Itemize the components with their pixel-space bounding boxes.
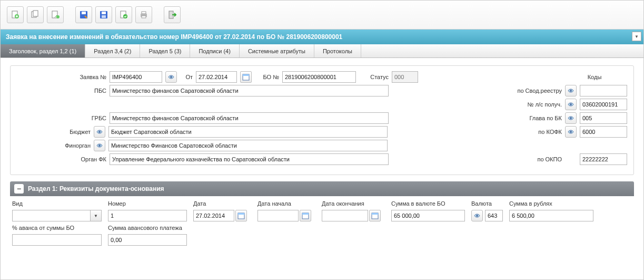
doc-date-input[interactable] xyxy=(193,210,234,221)
finorg-input[interactable] xyxy=(108,140,388,151)
col-avans-pct-label: % аванса от суммы БО xyxy=(12,225,102,231)
date-input[interactable] xyxy=(196,71,237,83)
number-input[interactable] xyxy=(108,210,187,221)
pbs-label: ПБС xyxy=(17,88,106,94)
svg-point-21 xyxy=(570,103,572,105)
code-glava-picker[interactable] xyxy=(565,112,577,124)
print-button[interactable] xyxy=(135,6,152,23)
svg-point-32 xyxy=(476,215,478,217)
col-sum-rub-label: Сумма в рублях xyxy=(509,200,593,207)
svg-point-24 xyxy=(570,131,572,133)
tab-section-34[interactable]: Раздел 3,4 (2) xyxy=(85,44,140,57)
svg-point-22 xyxy=(570,117,572,119)
date-end-input[interactable] xyxy=(322,210,368,221)
kind-dropdown-button[interactable]: ▼ xyxy=(90,210,102,221)
tab-system-attrs[interactable]: Системные атрибуты xyxy=(240,44,314,57)
tab-protocols[interactable]: Протоколы xyxy=(314,44,361,57)
pbs-input[interactable] xyxy=(110,85,389,96)
request-no-label: Заявка № xyxy=(17,74,106,80)
code-kofk-picker[interactable] xyxy=(565,126,577,138)
svg-rect-9 xyxy=(102,12,106,14)
code-ls-input[interactable] xyxy=(580,99,627,110)
orgfk-input[interactable] xyxy=(110,153,389,165)
section-1: − Раздел 1: Реквизиты документа-основани… xyxy=(10,181,634,246)
section-1-collapse-button[interactable]: − xyxy=(14,184,24,194)
svg-rect-10 xyxy=(102,15,106,18)
date-calendar-button[interactable] xyxy=(240,71,252,83)
svg-point-25 xyxy=(98,144,101,147)
tab-section-5[interactable]: Раздел 5 (3) xyxy=(140,44,190,57)
code-glava-input[interactable] xyxy=(580,112,627,124)
section-1-header: − Раздел 1: Реквизиты документа-основани… xyxy=(10,181,634,196)
svg-rect-7 xyxy=(82,12,86,14)
sum-rub-input[interactable] xyxy=(509,210,593,221)
svg-rect-14 xyxy=(142,12,146,14)
code-svod-picker[interactable] xyxy=(565,85,577,96)
bo-no-input[interactable] xyxy=(282,71,356,83)
date-start-input[interactable] xyxy=(257,210,299,221)
document-title: Заявка на внесение изменений в обязатель… xyxy=(6,33,342,41)
export-doc-button[interactable] xyxy=(47,6,64,23)
avans-pct-input[interactable] xyxy=(12,234,102,246)
svg-rect-27 xyxy=(238,213,244,215)
orgfk-label: Орган ФК xyxy=(17,156,106,162)
col-avans-sum-label: Сумма авансового платежа xyxy=(108,225,187,231)
sum-bo-input[interactable] xyxy=(391,210,465,221)
grbs-label: ГРБС xyxy=(17,115,106,121)
svg-rect-15 xyxy=(142,16,146,18)
code-okpo-input[interactable] xyxy=(580,153,627,165)
date-end-calendar-button[interactable] xyxy=(369,210,381,221)
tabbar: Заголовок, раздел 1,2 (1) Раздел 3,4 (2)… xyxy=(1,44,643,58)
avans-sum-input[interactable] xyxy=(108,234,187,246)
svg-point-23 xyxy=(98,131,101,133)
code-ls-picker[interactable] xyxy=(565,99,577,110)
code-svod-label: по Свод.реестру xyxy=(517,88,562,94)
toolbar xyxy=(1,1,643,30)
date-start-calendar-button[interactable] xyxy=(300,210,311,221)
section-1-title: Раздел 1: Реквизиты документа-основания xyxy=(28,185,164,192)
new-doc-button[interactable] xyxy=(7,6,24,23)
finorg-picker[interactable] xyxy=(94,140,105,151)
code-ls-label: № л/с получ. xyxy=(528,101,562,108)
approve-button[interactable] xyxy=(115,6,132,23)
finorg-label: Финорган xyxy=(17,142,91,149)
tab-signatures[interactable]: Подписи (4) xyxy=(190,44,239,57)
col-number-label: Номер xyxy=(108,200,187,207)
col-date-label: Дата xyxy=(193,200,251,207)
exit-button[interactable] xyxy=(164,6,181,23)
svg-point-17 xyxy=(170,76,172,78)
col-currency-label: Валюта xyxy=(471,200,503,207)
save-button[interactable] xyxy=(95,6,112,23)
svg-point-5 xyxy=(56,15,60,18)
request-no-picker[interactable] xyxy=(165,71,177,83)
currency-input[interactable] xyxy=(485,210,503,221)
header-dropdown-button[interactable]: ▼ xyxy=(632,32,641,41)
code-okpo-label: по ОКПО xyxy=(537,156,562,162)
bo-no-label: БО № xyxy=(255,74,279,80)
col-sum-bo-label: Сумма в валюте БО xyxy=(391,200,465,207)
status-label: Статус xyxy=(365,74,389,80)
request-no-input[interactable] xyxy=(110,71,162,83)
col-kind-label: Вид xyxy=(12,200,102,207)
svg-rect-29 xyxy=(302,213,309,215)
save-edit-button[interactable] xyxy=(75,6,92,23)
col-date-start-label: Дата начала xyxy=(257,200,315,207)
kind-input[interactable] xyxy=(12,210,90,221)
copy-doc-button[interactable] xyxy=(27,6,44,23)
budget-picker[interactable] xyxy=(94,126,105,138)
grbs-input[interactable] xyxy=(110,112,389,124)
svg-rect-19 xyxy=(243,74,249,76)
code-glava-label: Глава по БК xyxy=(529,115,562,121)
budget-label: Бюджет xyxy=(17,129,91,135)
budget-input[interactable] xyxy=(108,126,388,138)
code-svod-input[interactable] xyxy=(580,85,627,96)
svg-rect-3 xyxy=(33,11,38,16)
header-form-panel: Заявка № От БО № Статус Коды xyxy=(10,65,634,175)
currency-picker[interactable] xyxy=(471,210,483,221)
code-kofk-label: по КОФК xyxy=(538,129,562,135)
code-kofk-input[interactable] xyxy=(580,126,627,138)
status-input xyxy=(392,71,418,83)
tab-header-section[interactable]: Заголовок, раздел 1,2 (1) xyxy=(1,44,85,57)
doc-date-calendar-button[interactable] xyxy=(235,210,247,221)
document-header: Заявка на внесение изменений в обязатель… xyxy=(1,30,643,44)
